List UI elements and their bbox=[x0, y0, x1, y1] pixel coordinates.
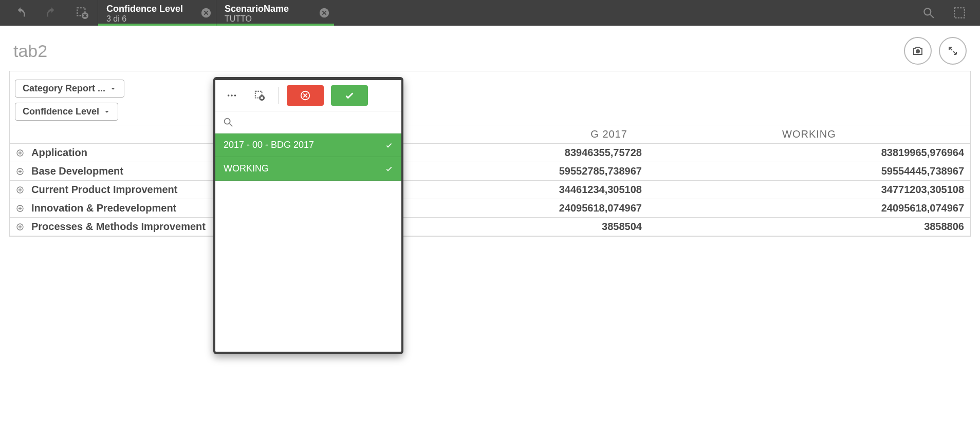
svg-line-20 bbox=[230, 124, 233, 127]
undo-button[interactable] bbox=[5, 0, 36, 26]
more-options-button[interactable] bbox=[221, 85, 242, 106]
snapshot-button[interactable] bbox=[904, 37, 932, 65]
selection-title: Confidence Level bbox=[106, 4, 194, 14]
selection-popup: 2017 - 00 - BDG 2017WORKING bbox=[213, 77, 403, 354]
selection-title: ScenarioName bbox=[225, 4, 312, 14]
svg-point-15 bbox=[234, 94, 236, 97]
redo-button[interactable] bbox=[36, 0, 67, 26]
search-icon bbox=[223, 117, 234, 128]
svg-line-5 bbox=[930, 14, 934, 18]
list-item[interactable]: 2017 - 00 - BDG 2017 bbox=[215, 133, 401, 157]
selection-tab-scenario-name[interactable]: ScenarioName TUTTO bbox=[216, 0, 334, 26]
close-icon[interactable] bbox=[200, 7, 212, 18]
chevron-down-icon bbox=[103, 108, 110, 116]
popup-list: 2017 - 00 - BDG 2017WORKING bbox=[215, 133, 401, 352]
selection-value: TUTTO bbox=[225, 14, 312, 24]
list-item[interactable]: WORKING bbox=[215, 157, 401, 181]
table-row: Current Product Improvement34461234,3051… bbox=[10, 181, 970, 199]
svg-rect-6 bbox=[954, 8, 965, 18]
page-title: tab2 bbox=[13, 41, 897, 61]
list-item-label: 2017 - 00 - BDG 2017 bbox=[224, 140, 314, 150]
column-header[interactable]: WORKING bbox=[648, 125, 970, 144]
popup-search bbox=[215, 111, 401, 133]
selection-value: 3 di 6 bbox=[106, 14, 194, 24]
check-icon bbox=[385, 165, 393, 173]
selections-tool-button[interactable] bbox=[944, 0, 975, 26]
dimension-label: Category Report ... bbox=[23, 83, 105, 94]
list-item-label: WORKING bbox=[224, 163, 269, 174]
table-row: Innovation & Predevelopment24095618,0749… bbox=[10, 199, 970, 218]
cell-value[interactable]: 34771203,305108 bbox=[648, 181, 970, 199]
sheet-title-bar: tab2 bbox=[0, 26, 980, 71]
svg-point-13 bbox=[228, 94, 230, 97]
expand-icon[interactable] bbox=[16, 185, 24, 193]
cell-value[interactable]: 24095618,074967 bbox=[648, 199, 970, 218]
clear-field-selection-button[interactable] bbox=[249, 85, 270, 106]
close-icon[interactable] bbox=[319, 7, 330, 18]
clear-selections-button[interactable] bbox=[67, 0, 98, 26]
dimension-button-confidence-level[interactable]: Confidence Level bbox=[15, 103, 118, 121]
divider bbox=[278, 87, 279, 104]
search-button[interactable] bbox=[913, 0, 944, 26]
svg-point-14 bbox=[231, 94, 233, 97]
column-header-row: G 2017 WORKING bbox=[10, 125, 970, 144]
table-row: Base Development59552785,73896759554445,… bbox=[10, 162, 970, 181]
cell-value[interactable]: 83819965,976964 bbox=[648, 144, 970, 162]
selection-tab-confidence-level[interactable]: Confidence Level 3 di 6 bbox=[98, 0, 216, 26]
dimension-label: Confidence Level bbox=[23, 106, 99, 117]
table-row: Processes & Methods Improvement385850438… bbox=[10, 218, 970, 236]
svg-point-4 bbox=[924, 8, 931, 15]
confirm-button[interactable] bbox=[331, 85, 368, 106]
cell-value[interactable]: 59554445,738967 bbox=[648, 162, 970, 181]
check-icon bbox=[385, 141, 393, 149]
expand-icon[interactable] bbox=[16, 222, 24, 230]
svg-point-19 bbox=[225, 119, 230, 124]
toggle-fullscreen-button[interactable] bbox=[939, 37, 967, 65]
cell-value[interactable]: 3858806 bbox=[648, 218, 970, 236]
expand-icon[interactable] bbox=[16, 148, 24, 156]
popup-header bbox=[215, 80, 401, 111]
expand-icon[interactable] bbox=[16, 166, 24, 175]
expand-icon[interactable] bbox=[16, 203, 24, 212]
toolbar: Confidence Level 3 di 6 ScenarioName TUT… bbox=[0, 0, 980, 26]
svg-point-7 bbox=[916, 49, 920, 53]
chevron-down-icon bbox=[109, 85, 117, 92]
dimension-button-category-report[interactable]: Category Report ... bbox=[15, 80, 124, 98]
search-input[interactable] bbox=[239, 117, 394, 128]
table-row: Application83946355,7572883819965,976964 bbox=[10, 144, 970, 162]
cancel-button[interactable] bbox=[287, 85, 324, 106]
pivot-table: Category Report ... Confidence Level G 2… bbox=[9, 71, 971, 237]
